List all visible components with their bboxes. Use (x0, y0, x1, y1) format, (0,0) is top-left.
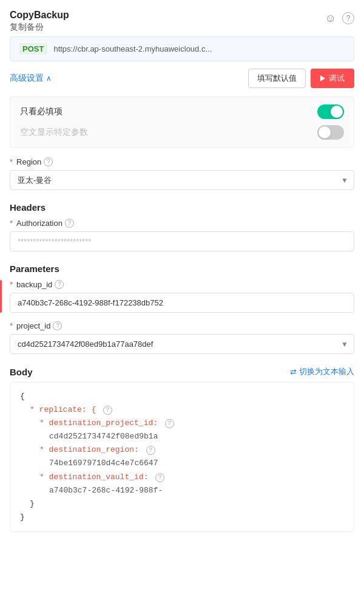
project-id-required-star: * (10, 321, 13, 330)
backup-id-required-star: * (10, 280, 13, 289)
dest-vault-id-key: * destination_vault_id: (39, 472, 148, 482)
backup-id-input[interactable] (10, 293, 354, 313)
authorization-label: * Authorization ? (10, 219, 354, 228)
authorization-input[interactable] (10, 231, 354, 251)
project-id-label: * project_id ? (10, 321, 354, 330)
body-section: Body ⇄ 切换为文本输入 { * replicate: { ? * dest… (10, 366, 354, 532)
required-only-label: 只看必填项 (20, 106, 62, 117)
fill-default-button[interactable]: 填写默认值 (248, 69, 306, 88)
debug-label: 调试 (329, 73, 345, 84)
app-title-zh: 复制备份 (10, 22, 69, 33)
required-only-row: 只看必填项 (20, 104, 344, 119)
dest-vault-id-help-icon[interactable]: ? (155, 473, 164, 482)
project-id-select-wrapper: cd4d2521734742f08ed9b1a77aa78def ▼ (10, 334, 354, 354)
url-bar: POST https://cbr.ap-southeast-2.myhuawei… (10, 36, 354, 61)
authorization-label-text: Authorization (16, 219, 62, 228)
header-icons: ☺ ? (325, 12, 354, 25)
backup-id-label: * backup_id ? (10, 280, 354, 289)
dest-project-id-value: cd4d2521734742f08ed9b1a (20, 430, 344, 443)
headers-title: Headers (10, 202, 354, 213)
required-only-toggle[interactable] (317, 104, 344, 119)
advanced-label-text: 高级设置 (10, 73, 44, 84)
play-icon (320, 75, 325, 81)
project-id-select[interactable]: cd4d2521734742f08ed9b1a77aa78def (10, 334, 354, 354)
dest-region-key-line: * destination_region: ? (20, 443, 344, 457)
help-icon[interactable]: ? (342, 12, 354, 24)
authorization-help-icon[interactable]: ? (65, 219, 74, 228)
dest-region-key: * destination_region: (39, 445, 139, 454)
switch-icon: ⇄ (290, 367, 297, 377)
app-title-en: CopyBackup (10, 10, 69, 21)
body-code-block: { * replicate: { ? * destination_project… (10, 382, 354, 532)
dest-region-value: 74be16979710d4c4e7c6647 (20, 457, 344, 470)
region-select-wrapper: 亚太-曼谷 亚太-新加坡 亚太-香港 ▼ (10, 170, 354, 190)
body-header: Body ⇄ 切换为文本输入 (10, 366, 354, 377)
project-id-field: * project_id ? cd4d2521734742f08ed9b1a77… (10, 321, 354, 354)
region-label: * Region ? (10, 157, 354, 166)
parameters-section: Parameters * backup_id ? * project_id ? … (10, 264, 354, 354)
backup-id-label-text: backup_id (16, 280, 52, 289)
method-badge: POST (19, 43, 47, 55)
region-help-icon[interactable]: ? (44, 157, 53, 166)
backup-id-field: * backup_id ? (10, 280, 354, 313)
replicate-line: * replicate: { ? (20, 403, 344, 417)
outer-close-brace: } (20, 511, 344, 524)
parameters-title: Parameters (10, 264, 354, 274)
placeholder-row: 空文显示特定参数 (20, 125, 344, 140)
title-block: CopyBackup 复制备份 (10, 10, 69, 33)
backup-id-help-icon[interactable]: ? (55, 280, 64, 289)
switch-to-text-button[interactable]: ⇄ 切换为文本输入 (290, 366, 354, 377)
action-buttons: 填写默认值 调试 (248, 69, 354, 88)
settings-panel: 只看必填项 空文显示特定参数 (10, 97, 354, 148)
body-title: Body (10, 367, 33, 377)
project-id-label-text: project_id (16, 321, 50, 330)
advanced-row: 高级设置 ∧ 填写默认值 调试 (10, 69, 354, 88)
replicate-help-icon[interactable]: ? (103, 406, 112, 415)
debug-button[interactable]: 调试 (311, 69, 354, 88)
inner-close-brace: } (20, 497, 344, 511)
switch-label: 切换为文本输入 (299, 366, 354, 377)
region-select[interactable]: 亚太-曼谷 亚太-新加坡 亚太-香港 (10, 170, 354, 190)
smiley-icon[interactable]: ☺ (325, 12, 336, 25)
dest-vault-id-key-line: * destination_vault_id: ? (20, 471, 344, 484)
dest-vault-id-value: a740b3c7-268c-4192-988f- (20, 484, 344, 497)
region-label-text: Region (16, 157, 41, 166)
dest-project-id-key: * destination_project_id: (39, 418, 158, 428)
replicate-key: * replicate: { (30, 405, 96, 414)
placeholder-label: 空文显示特定参数 (20, 127, 88, 138)
header: CopyBackup 复制备份 ☺ ? (10, 10, 354, 33)
auth-required-star: * (10, 219, 13, 228)
open-brace: { (20, 390, 344, 403)
url-text: https://cbr.ap-southeast-2.myhuaweicloud… (53, 44, 212, 53)
headers-section: Headers * Authorization ? (10, 202, 354, 251)
placeholder-toggle[interactable] (317, 125, 344, 140)
project-id-help-icon[interactable]: ? (53, 321, 62, 330)
chevron-icon: ∧ (46, 74, 52, 83)
region-required-star: * (10, 157, 13, 166)
advanced-settings-toggle[interactable]: 高级设置 ∧ (10, 73, 52, 84)
backup-id-indicator (0, 280, 2, 313)
dest-region-help-icon[interactable]: ? (146, 446, 155, 455)
region-section: * Region ? 亚太-曼谷 亚太-新加坡 亚太-香港 ▼ (10, 157, 354, 190)
dest-project-id-help-icon[interactable]: ? (165, 419, 174, 428)
dest-project-id-key-line: * destination_project_id: ? (20, 417, 344, 430)
